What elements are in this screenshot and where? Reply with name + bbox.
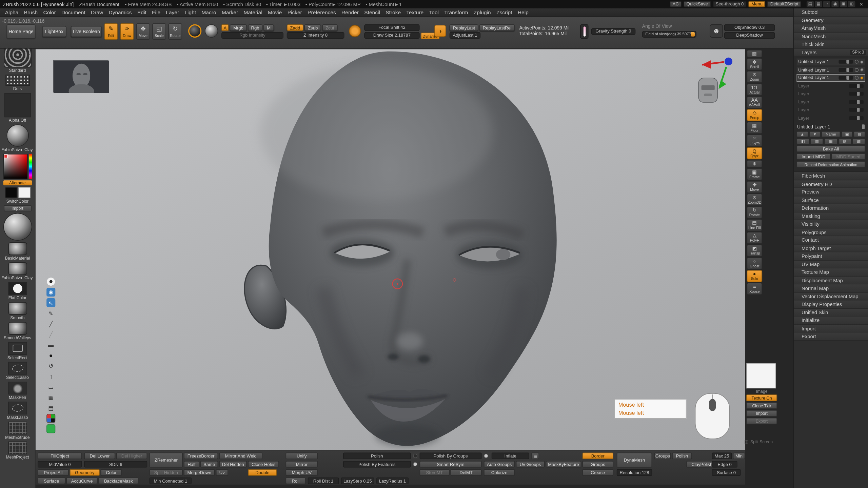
document-thumbnail[interactable] <box>53 60 108 93</box>
fabiopaiva-clay-thumb[interactable] <box>8 262 27 275</box>
bottom-freezeborder-button[interactable]: FreezeBorder <box>184 453 218 460</box>
gravity-icon[interactable] <box>580 24 588 39</box>
tray-item-switchcolor[interactable]: SwitchColor <box>0 187 35 204</box>
render-mode-icon[interactable]: ▧ <box>747 50 762 58</box>
selectlasso-thumb[interactable] <box>8 362 27 375</box>
image-icon[interactable]: ▦ <box>815 1 822 7</box>
section-import[interactable]: Import <box>794 325 868 333</box>
z-intensity-slider[interactable]: Z Intensity 8 <box>287 32 344 39</box>
sculpt-head[interactable] <box>35 49 745 450</box>
slider-handle[interactable] <box>857 116 860 120</box>
shelf-zoom3d-button[interactable]: ⊙Zoom3D <box>747 194 762 206</box>
menu-marker[interactable]: Marker <box>219 8 241 16</box>
section-masking[interactable]: Masking <box>794 212 868 220</box>
bottom-unify-button[interactable]: Unify <box>285 453 318 460</box>
layer-intensity-slider[interactable] <box>839 60 853 64</box>
magnify-icon[interactable]: ⊕ <box>747 160 762 168</box>
color-picker[interactable] <box>3 154 32 179</box>
shelf-ghost-button[interactable]: ◌Ghost <box>747 257 762 269</box>
focal-shift-icon[interactable] <box>349 25 361 37</box>
section-visibility[interactable]: Visibility <box>794 220 868 228</box>
copy-icon[interactable]: ▨ <box>839 138 851 144</box>
bottom-surface-button[interactable]: Surface <box>38 477 65 484</box>
empty-layer-row[interactable]: Layer <box>796 82 865 89</box>
tray-item-fabiopaiva-clay[interactable]: FabioPaiva_Clay. <box>0 124 35 152</box>
section-fibermesh[interactable]: FiberMesh <box>794 172 868 180</box>
meshproject-thumb[interactable] <box>8 442 27 454</box>
empty-layer-row[interactable]: Layer <box>796 114 865 122</box>
bottom-morph-uv-button[interactable]: Morph UV <box>285 469 318 476</box>
split-icon[interactable]: ▦ <box>825 138 837 144</box>
tray-item-meshextrude[interactable]: MeshExtrude <box>0 422 35 440</box>
tray-item-meshproject[interactable]: MeshProject <box>0 442 35 460</box>
menu-help[interactable]: Help <box>515 8 531 16</box>
palette-icon[interactable] <box>46 414 55 423</box>
shelf-persp-button[interactable]: ◇Persp <box>747 109 762 121</box>
shelf-line-fill-button[interactable]: ▤Line Fill <box>747 219 762 231</box>
basicmaterial-thumb[interactable] <box>8 242 27 255</box>
tray-item-selectrect[interactable]: SelectRect <box>0 342 35 360</box>
bottom-mirror-and-weld-button[interactable]: Mirror And Weld <box>219 453 262 460</box>
menu-transform[interactable]: Transform <box>441 8 471 16</box>
live-boolean-button[interactable]: Live Boolean <box>71 26 102 37</box>
bottom-dynamesh-button[interactable]: DynaMesh <box>617 453 652 468</box>
home-page-button[interactable]: Home Page <box>7 24 36 39</box>
bottom-inflate-button[interactable]: Inflate <box>492 453 529 460</box>
tray-item-bigsphere[interactable] <box>0 213 35 241</box>
section-geometry-hd[interactable]: Geometry HD <box>794 180 868 188</box>
bottom-uv-button[interactable]: Uv <box>216 469 228 476</box>
bottom-geometry-button[interactable]: Geometry <box>70 469 100 476</box>
zsub-button[interactable]: Zsub <box>304 24 321 31</box>
shelf-scroll-button[interactable]: ✥Scroll <box>747 58 762 70</box>
replaylastrel-button[interactable]: ReplayLastRel <box>479 24 515 31</box>
see-through-slider[interactable]: See-through 0 <box>713 1 746 7</box>
bottom-mergedown-button[interactable]: MergeDown <box>184 469 215 476</box>
name-button[interactable]: Name <box>822 131 840 137</box>
tray-item-masklasso[interactable]: MaskLasso <box>0 402 35 420</box>
pencil-icon[interactable]: ╱ <box>46 319 55 328</box>
shelf-rotate-button[interactable]: ↻Rotate <box>747 206 762 219</box>
menu-alpha[interactable]: Alpha <box>2 8 21 16</box>
import-button[interactable]: Import <box>4 205 32 211</box>
bottom-del-hidden-button[interactable]: Del Hidden <box>219 461 247 468</box>
section-display-properties[interactable]: Display Properties <box>794 301 868 309</box>
merge-icon[interactable]: ▥ <box>811 138 824 144</box>
layer-intensity-slider[interactable] <box>849 92 863 96</box>
section-vector-displacement-map[interactable]: Vector Displacement Map <box>794 292 868 301</box>
bottom-lazyradius-1-button[interactable]: LazyRadius 1 <box>376 477 409 484</box>
shelf-transp-button[interactable]: ◩Transp <box>747 245 762 257</box>
grid-icon[interactable]: ▤ <box>807 1 814 7</box>
target-icon[interactable]: ◉ <box>831 1 839 7</box>
import-mdd-button[interactable]: Import MDD <box>796 153 830 160</box>
bottom-groups-button[interactable]: Groups <box>654 453 671 460</box>
paste-icon[interactable]: ▩ <box>852 138 865 144</box>
bottom-divider[interactable]: ▴▾ <box>35 485 745 488</box>
move-mode-button[interactable]: ✥Move <box>136 23 150 40</box>
cursor-icon[interactable]: ↖ <box>46 298 55 307</box>
adjustlast-slider[interactable]: AdjustLast 1 <box>450 32 480 39</box>
eye-icon[interactable]: ◉ <box>46 288 55 297</box>
shelf-floor-button[interactable]: ▦Floor <box>747 122 762 134</box>
tray-item-alternate[interactable]: Alternate <box>0 154 35 185</box>
clipboard-icon[interactable]: ▤ <box>46 403 55 412</box>
meshextrude-thumb[interactable] <box>8 422 27 434</box>
bottom-mirror-button[interactable]: Mirror <box>285 461 318 468</box>
section-preview[interactable]: Preview <box>794 188 868 196</box>
section-export[interactable]: Export <box>794 332 868 341</box>
split-screen-button[interactable]: ◫ Split Screen <box>744 439 790 444</box>
menu-picker[interactable]: Picker <box>285 8 305 16</box>
bottom-storemt-button[interactable]: StoreMT <box>420 469 450 476</box>
slider-handle[interactable] <box>857 84 860 88</box>
default-zscript-button[interactable]: DefaultZScript <box>768 1 801 7</box>
shelf-zoom-button[interactable]: ⊙Zoom <box>747 71 762 83</box>
menu-tool[interactable]: Tool <box>426 8 441 16</box>
tray-item-basicmaterial[interactable]: BasicMaterial <box>0 242 35 261</box>
bottom-toggle-button[interactable] <box>413 462 417 466</box>
tray-item-alpha-off[interactable]: Alpha Off <box>0 93 35 123</box>
green-swatch-icon[interactable] <box>46 424 55 433</box>
current-layer-name[interactable]: Untitled Layer 1 <box>797 124 865 129</box>
tray-item-flat-color[interactable]: Flat Color <box>0 282 35 301</box>
bottom-midvalue-0-button[interactable]: MidValue 0 <box>38 461 82 468</box>
bottom-toggle-button[interactable] <box>484 454 488 458</box>
a-toggle[interactable]: A <box>221 24 229 31</box>
